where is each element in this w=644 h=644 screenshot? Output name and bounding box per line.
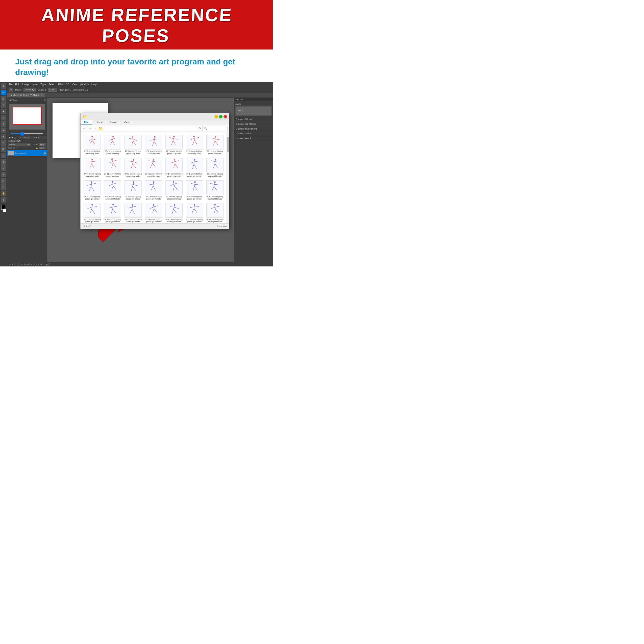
list-item[interactable]: 27 12 anime fighting poses boy male xyxy=(123,157,143,178)
list-item[interactable]: 30 9 anime fighting poses girl female xyxy=(185,179,204,201)
blend-mode-select[interactable]: Normal xyxy=(8,143,31,146)
list-item[interactable]: 27 13 anime fighting poses boy male xyxy=(144,157,163,178)
pen-tool[interactable]: ✒ xyxy=(1,165,6,171)
ps-menu-file[interactable]: File xyxy=(9,83,13,86)
ps-menu-type[interactable]: Type xyxy=(40,83,46,86)
list-item[interactable]: 27 9 anime fighting poses boy male xyxy=(205,134,225,156)
file-thumbnail xyxy=(104,203,121,218)
list-item[interactable]: 30 5 anime fighting poses girl female xyxy=(103,179,122,201)
fe-tab-share[interactable]: Share xyxy=(106,120,120,125)
ps-menu-image[interactable]: Image xyxy=(22,83,29,86)
path-select-tool[interactable]: ▷ xyxy=(1,178,6,184)
ps-menu-window[interactable]: Window xyxy=(80,83,89,86)
eyedropper-tool[interactable]: ⊘ xyxy=(1,121,6,127)
list-item[interactable]: 30 8 anime fighting poses girl female xyxy=(164,179,184,201)
ps-menu-layer[interactable]: Layer xyxy=(32,83,38,86)
navigator-menu-icon[interactable]: ≡ xyxy=(44,98,46,101)
list-item[interactable]: 30 17 anime fighting poses girl female xyxy=(205,202,225,223)
ps-menu-select[interactable]: Select xyxy=(48,83,56,86)
dodge-tool[interactable]: ◑ xyxy=(1,159,6,165)
blur-tool[interactable]: ◌ xyxy=(1,153,6,158)
list-item[interactable]: 30 1 anime fighting poses girl female xyxy=(185,157,204,178)
list-item[interactable]: 27 11 anime fighting poses boy male xyxy=(103,157,122,178)
fe-maximize-button[interactable]: □ xyxy=(219,115,222,118)
lock-image-icon[interactable]: ✏ xyxy=(16,147,17,149)
list-item[interactable]: 27 8 anime fighting poses boy male xyxy=(185,134,204,156)
layers-tab[interactable]: Layers xyxy=(7,136,18,139)
healing-tool[interactable]: ⊕ xyxy=(1,128,6,133)
list-item[interactable]: 30 6 anime fighting poses girl female xyxy=(123,179,143,201)
ps-menu-edit[interactable]: Edit xyxy=(15,83,19,86)
list-item[interactable]: 27 5 anime fighting poses boy male xyxy=(123,134,143,156)
list-item[interactable]: 27 4 anime fighting poses male boy xyxy=(103,134,122,156)
fe-refresh-button[interactable]: ↻ xyxy=(199,127,201,130)
ms-drawer-grz-mondo[interactable]: Drawer: Gr2 Mondo xyxy=(234,122,273,127)
list-item[interactable]: 30 10 anime fighting poses girl female xyxy=(205,179,225,201)
list-item[interactable]: 30 16 anime fighting poses girl female xyxy=(185,202,204,223)
lock-all-icon[interactable]: 🔒 xyxy=(36,147,38,149)
layer-opacity-input[interactable] xyxy=(39,143,46,146)
magic-wand-tool[interactable]: ✦ xyxy=(1,109,6,114)
ms-drawer-marker[interactable]: Drawer: Marker xyxy=(234,131,273,136)
eraser-tool[interactable]: ◻ xyxy=(1,140,6,146)
list-item[interactable]: 30 13 anime fighting poses girl female xyxy=(123,202,143,223)
ms-drawer-grz-ink[interactable]: Drawer: Gr2 Ink xyxy=(234,117,273,122)
mode-select[interactable]: Normal xyxy=(23,88,36,92)
fe-address-input[interactable] xyxy=(104,126,197,131)
ms-drawer-ink-ribbon[interactable]: Drawer: Ink (Ribbon) xyxy=(234,127,273,131)
ps-document-tab[interactable]: Untitled-1 @ 72.4% (RGB/8#) ✕ xyxy=(7,93,45,97)
brush-options-icon[interactable]: ✏ xyxy=(9,88,13,92)
fe-minimize-button[interactable]: − xyxy=(214,115,218,118)
ps-menu-filter[interactable]: Filter xyxy=(58,83,64,86)
list-item[interactable]: 30 2 anime fighting poses girl female xyxy=(205,157,225,178)
list-item[interactable]: 27 14 anime fighting poses boy male xyxy=(164,157,184,178)
ps-menu-3d[interactable]: 3D xyxy=(66,83,69,86)
fe-tab-home[interactable]: Home xyxy=(92,120,106,125)
background-layer-item[interactable]: Background 🔒 xyxy=(7,150,47,156)
list-item[interactable]: 27 3 anime fighting poses boy male xyxy=(83,134,102,156)
hand-tool[interactable]: ✋ xyxy=(1,191,6,196)
fe-tab-file[interactable]: File xyxy=(81,120,92,125)
list-item[interactable]: 30 4 anime fighting poses girl female xyxy=(83,179,102,201)
fe-search-input[interactable] xyxy=(202,126,228,131)
fe-scrollbar-thumb[interactable] xyxy=(227,137,229,152)
list-item[interactable]: 27 7 anime fighting poses boy male xyxy=(164,134,184,156)
shape-tool[interactable]: ◻ xyxy=(1,184,6,190)
fe-tab-view[interactable]: View xyxy=(120,120,133,125)
gradient-tool[interactable]: ▨ xyxy=(1,146,6,152)
move-tool[interactable]: ✦ xyxy=(1,83,6,89)
type-tool[interactable]: T xyxy=(1,172,6,177)
fe-up-button[interactable]: ↑ xyxy=(94,127,97,130)
list-item[interactable]: 30 11 anime fighting poses girl female xyxy=(83,202,102,223)
ps-menu-view[interactable]: View xyxy=(72,83,78,86)
lasso-tool[interactable]: ⌯ xyxy=(1,102,6,108)
ms-layer-item[interactable]: Layer 1 xyxy=(236,107,271,115)
fe-back-button[interactable]: ← xyxy=(82,127,86,130)
opacity-input[interactable] xyxy=(48,88,57,92)
crop-tool[interactable]: ⊡ xyxy=(1,115,6,120)
ms-drawer-pencil[interactable]: Drawer: Pencil xyxy=(234,136,273,141)
layers-filter-select[interactable]: ⊲ Find xyxy=(8,140,21,142)
paths-tab[interactable]: Paths xyxy=(32,136,42,139)
list-item[interactable]: 30 7 anime fighting poses girl female xyxy=(144,179,163,201)
list-item[interactable]: 30 14 anime fighting poses girl female xyxy=(144,202,163,223)
brush-tool[interactable]: ✏ xyxy=(1,90,6,95)
zoom-tool[interactable]: ⊕ xyxy=(1,197,6,203)
fe-forward-button[interactable]: → xyxy=(88,127,92,130)
tab-close-icon[interactable]: ✕ xyxy=(41,94,43,96)
clone-tool[interactable]: ⊗ xyxy=(1,134,6,139)
fe-scrollbar[interactable] xyxy=(227,132,229,223)
zoom-slider[interactable] xyxy=(11,133,44,134)
ps-menu-help[interactable]: Help xyxy=(91,83,97,86)
list-item[interactable]: 30 15 anime fighting poses girl female xyxy=(164,202,184,223)
list-item[interactable]: 27 6 anime fighting poses boy male xyxy=(144,134,163,156)
channels-tab[interactable]: Channels xyxy=(18,136,32,139)
fe-close-button[interactable]: ✕ xyxy=(224,115,227,118)
lock-position-icon[interactable]: + xyxy=(18,147,19,149)
fill-input[interactable] xyxy=(39,147,46,149)
select-tool[interactable]: ▭ xyxy=(1,96,6,102)
lock-transparent-icon[interactable]: ⊡ xyxy=(13,147,15,149)
list-item[interactable]: 30 12 anime fighting poses girl female xyxy=(103,202,122,223)
list-item[interactable]: 27 10 anime fighting poses boy male xyxy=(83,157,102,178)
background-color[interactable] xyxy=(3,209,6,212)
